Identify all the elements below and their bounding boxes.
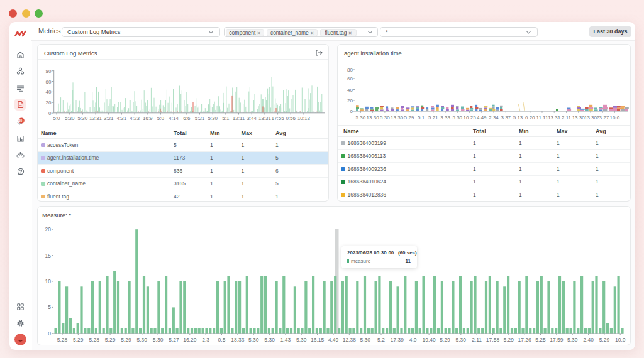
svg-text:30+: 30+ [19,119,24,122]
